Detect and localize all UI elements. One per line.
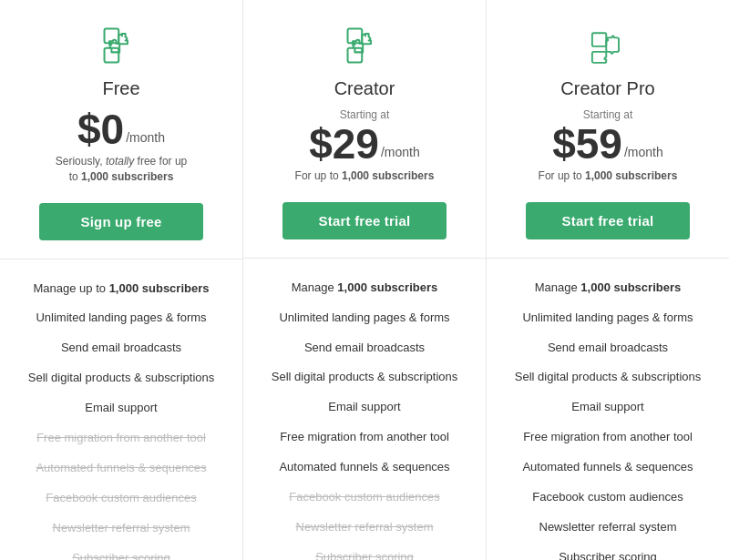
plan-price-row-free: $0/month: [77, 108, 165, 150]
feature-item-creator-6: Automated funnels & sequences: [243, 453, 486, 483]
feature-item-creator_pro-7: Facebook custom audiences: [487, 483, 729, 513]
plan-col-creator_pro: Creator ProStarting at$59/monthFor up to…: [487, 0, 729, 560]
feature-item-creator-2: Send email broadcasts: [243, 333, 486, 363]
feature-item-free-8: Newsletter referral system: [0, 514, 242, 544]
feature-item-creator-7: Facebook custom audiences: [243, 483, 486, 513]
plan-features-free: Manage up to 1,000 subscribersUnlimited …: [0, 260, 242, 560]
feature-item-creator_pro-9: Subscriber scoring: [487, 543, 729, 560]
feature-item-free-2: Send email broadcasts: [0, 333, 242, 363]
plan-features-creator: Manage 1,000 subscribersUnlimited landin…: [243, 259, 486, 560]
feature-item-free-1: Unlimited landing pages & forms: [0, 303, 242, 333]
feature-item-creator_pro-8: Newsletter referral system: [487, 513, 729, 543]
plan-per-month-free: /month: [126, 130, 165, 145]
plan-name-creator: Creator: [334, 78, 395, 99]
feature-item-creator_pro-3: Sell digital products & subscriptions: [487, 362, 729, 392]
plan-button-free[interactable]: Sign up free: [39, 203, 204, 240]
feature-item-creator-8: Newsletter referral system: [243, 513, 486, 543]
pricing-table: Free$0/monthSeriously, totally free for …: [0, 0, 729, 560]
plan-price-row-creator_pro: $59/month: [552, 123, 663, 165]
plan-header-free: Free$0/monthSeriously, totally free for …: [0, 0, 242, 260]
feature-item-creator-9: Subscriber scoring: [243, 543, 486, 560]
feature-item-free-4: Email support: [0, 393, 242, 423]
plan-price-row-creator: $29/month: [309, 123, 420, 165]
plan-subtitle-creator: For up to 1,000 subscribers: [295, 168, 435, 184]
plan-button-creator[interactable]: Start free trial: [282, 202, 447, 239]
feature-item-free-7: Facebook custom audiences: [0, 484, 242, 514]
plan-subtitle-creator_pro: For up to 1,000 subscribers: [539, 168, 678, 184]
plan-col-free: Free$0/monthSeriously, totally free for …: [0, 0, 243, 560]
feature-item-free-6: Automated funnels & sequences: [0, 453, 242, 484]
feature-item-free-0: Manage up to 1,000 subscribers: [0, 274, 242, 304]
feature-item-free-5: Free migration from another tool: [0, 423, 242, 453]
plan-per-month-creator: /month: [381, 145, 420, 159]
feature-item-creator_pro-6: Automated funnels & sequences: [487, 453, 729, 483]
plan-price-amount-creator_pro: $59: [552, 123, 622, 165]
plan-starting-at-creator_pro: Starting at: [583, 108, 633, 121]
plan-price-amount-free: $0: [77, 108, 124, 150]
plan-col-creator: CreatorStarting at$29/monthFor up to 1,0…: [243, 0, 487, 560]
plan-icon-creator_pro: [584, 22, 631, 69]
plan-header-creator: CreatorStarting at$29/monthFor up to 1,0…: [243, 0, 486, 259]
plan-header-creator_pro: Creator ProStarting at$59/monthFor up to…: [487, 0, 729, 259]
plan-per-month-creator_pro: /month: [624, 145, 663, 159]
feature-item-creator-5: Free migration from another tool: [243, 423, 486, 453]
plan-name-creator_pro: Creator Pro: [560, 78, 654, 99]
feature-item-free-3: Sell digital products & subscriptions: [0, 363, 242, 393]
plan-starting-at-creator: Starting at: [340, 108, 390, 121]
plan-features-creator_pro: Manage 1,000 subscribersUnlimited landin…: [487, 259, 729, 560]
plan-icon-creator: [341, 22, 388, 69]
plan-price-area-creator_pro: Starting at$59/monthFor up to 1,000 subs…: [539, 108, 678, 184]
feature-item-creator-1: Unlimited landing pages & forms: [243, 303, 486, 333]
plan-price-area-free: $0/monthSeriously, totally free for upto…: [56, 108, 188, 185]
plan-price-amount-creator: $29: [309, 123, 379, 165]
plan-price-area-creator: Starting at$29/monthFor up to 1,000 subs…: [295, 108, 435, 184]
feature-item-creator_pro-0: Manage 1,000 subscribers: [487, 273, 729, 303]
plan-button-creator_pro[interactable]: Start free trial: [526, 202, 691, 239]
feature-item-creator_pro-5: Free migration from another tool: [487, 423, 729, 453]
plan-subtitle-free: Seriously, totally free for upto 1,000 s…: [56, 154, 188, 185]
feature-item-creator_pro-2: Send email broadcasts: [487, 333, 729, 363]
feature-item-creator_pro-1: Unlimited landing pages & forms: [487, 303, 729, 333]
feature-item-creator-4: Email support: [243, 392, 486, 423]
feature-item-free-9: Subscriber scoring: [0, 544, 242, 560]
feature-item-creator_pro-4: Email support: [487, 392, 729, 423]
plan-icon-free: [98, 22, 145, 69]
feature-item-creator-0: Manage 1,000 subscribers: [243, 273, 486, 303]
feature-item-creator-3: Sell digital products & subscriptions: [243, 362, 486, 392]
plan-name-free: Free: [102, 78, 139, 99]
